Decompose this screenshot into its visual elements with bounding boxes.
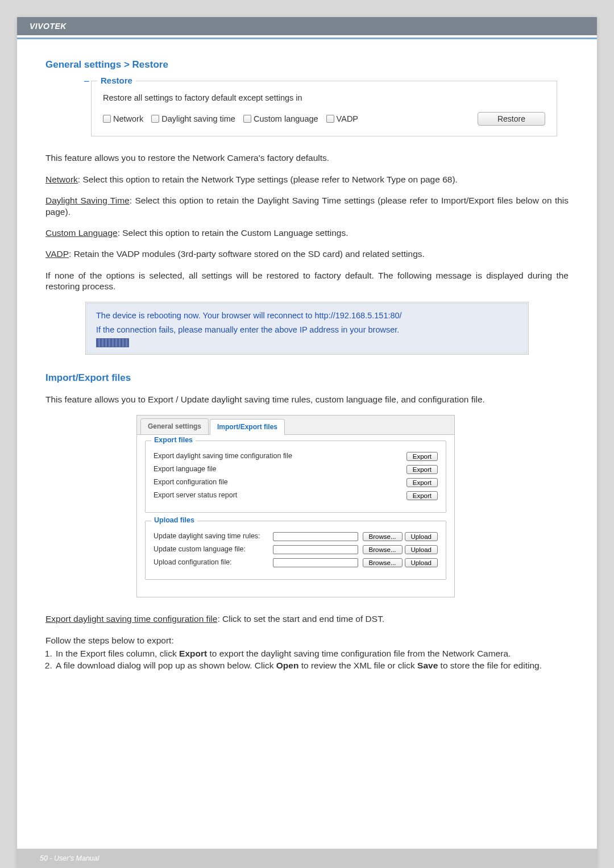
legend-dash-icon: − xyxy=(84,75,90,88)
tabs-row: General settings Import/Export files xyxy=(137,416,454,435)
text: : Select this option to retain the Custo… xyxy=(118,228,349,238)
upload-legend: Upload files xyxy=(151,516,197,525)
term-cl: Custom Language xyxy=(45,228,118,238)
term-vadp: VADP xyxy=(45,249,69,259)
checkbox-custom-language[interactable]: Custom language xyxy=(243,114,318,124)
bold-export: Export xyxy=(179,649,207,658)
para-none: If none of the options is selected, all … xyxy=(45,270,569,292)
checkbox-vadp[interactable]: VADP xyxy=(326,114,358,124)
export-button[interactable]: Export xyxy=(406,465,438,474)
label: Update daylight saving time rules: xyxy=(154,532,260,541)
brand-text: VIVOTEK xyxy=(30,22,67,31)
text: to export the daylight saving time confi… xyxy=(207,649,511,658)
progress-bar-icon xyxy=(96,338,129,347)
text: : Retain the VADP modules (3rd-party sof… xyxy=(69,249,425,259)
browse-button[interactable]: Browse... xyxy=(363,532,403,541)
page-footer: 50 - User's Manual xyxy=(17,849,597,868)
brand-header: VIVOTEK xyxy=(17,17,597,35)
export-button[interactable]: Export xyxy=(406,491,438,500)
text: to store the file for editing. xyxy=(438,661,542,670)
file-input[interactable] xyxy=(273,532,358,541)
para-vadp: VADP: Retain the VADP modules (3rd-party… xyxy=(45,248,569,259)
tab-import-export[interactable]: Import/Export files xyxy=(210,419,285,435)
reboot-message-box: The device is rebooting now. Your browse… xyxy=(85,302,529,354)
upload-fieldset: Upload files Update daylight saving time… xyxy=(145,521,446,580)
upload-button[interactable]: Upload xyxy=(405,532,438,541)
tab-general-settings[interactable]: General settings xyxy=(140,418,209,434)
restore-fieldset: − Restore Restore all settings to factor… xyxy=(91,81,557,136)
label: Update custom language file: xyxy=(154,545,246,554)
checkbox-icon xyxy=(243,115,251,123)
tail-p1: Export daylight saving time configuratio… xyxy=(45,613,569,624)
reboot-line2: If the connection fails, please manually… xyxy=(96,325,518,335)
checkbox-icon xyxy=(151,115,159,123)
export-button[interactable]: Export xyxy=(406,478,438,487)
tail-p2: Follow the steps below to export: xyxy=(45,635,569,646)
export-row-status: Export server status reportExport xyxy=(154,491,438,500)
text: A file download dialog will pop up as sh… xyxy=(56,661,276,670)
bold-open: Open xyxy=(276,661,299,670)
text: : Click to set the start and end time of… xyxy=(217,614,384,624)
upload-button[interactable]: Upload xyxy=(405,558,438,567)
upload-button[interactable]: Upload xyxy=(405,545,438,554)
reboot-line1: The device is rebooting now. Your browse… xyxy=(96,310,518,321)
checkbox-icon xyxy=(103,115,111,123)
restore-button[interactable]: Restore xyxy=(478,112,545,126)
label: Export daylight saving time configuratio… xyxy=(154,452,292,461)
step-2: A file download dialog will pop up as sh… xyxy=(55,660,569,671)
upload-row-config: Upload configuration file:Browse...Uploa… xyxy=(154,558,438,567)
para-intro: This feature allows you to restore the N… xyxy=(45,152,569,163)
bold-save: Save xyxy=(417,661,438,670)
label: Export configuration file xyxy=(154,478,228,487)
export-row-config: Export configuration fileExport xyxy=(154,478,438,487)
restore-subtitle: Restore all settings to factory default … xyxy=(103,93,545,103)
label: Export language file xyxy=(154,465,217,474)
steps-list: In the Export files column, click Export… xyxy=(45,648,569,671)
cb-label: VADP xyxy=(337,114,358,124)
text: to review the XML file or click xyxy=(298,661,417,670)
export-button[interactable]: Export xyxy=(406,452,438,461)
step-1: In the Export files column, click Export… xyxy=(55,648,569,659)
file-input[interactable] xyxy=(273,545,358,554)
restore-legend: Restore xyxy=(97,76,136,86)
section2-title: Import/Export files xyxy=(45,372,569,384)
cb-label: Network xyxy=(113,114,143,124)
export-fieldset: Export files Export daylight saving time… xyxy=(145,441,446,513)
text: In the Export files column, click xyxy=(56,649,179,658)
upload-row-dst: Update daylight saving time rules:Browse… xyxy=(154,532,438,541)
label: Export server status report xyxy=(154,491,237,500)
export-row-language: Export language fileExport xyxy=(154,465,438,474)
text: : Select this option to retain the Netwo… xyxy=(78,175,458,184)
browse-button[interactable]: Browse... xyxy=(363,558,403,567)
term-export-dst: Export daylight saving time configuratio… xyxy=(45,614,217,624)
term-network: Network xyxy=(45,175,78,184)
browse-button[interactable]: Browse... xyxy=(363,545,403,554)
checkbox-icon xyxy=(326,115,334,123)
cb-label: Custom language xyxy=(254,114,318,124)
export-row-dst: Export daylight saving time configuratio… xyxy=(154,452,438,461)
cb-label: Daylight saving time xyxy=(161,114,235,124)
term-dst: Daylight Saving Time xyxy=(45,196,130,205)
para-dst: Daylight Saving Time: Select this option… xyxy=(45,195,569,217)
file-input[interactable] xyxy=(273,558,358,567)
checkbox-network[interactable]: Network xyxy=(103,114,143,124)
label: Upload configuration file: xyxy=(154,558,232,567)
import-export-panel: General settings Import/Export files Exp… xyxy=(136,415,455,597)
export-legend: Export files xyxy=(151,436,196,445)
para-network: Network: Select this option to retain th… xyxy=(45,174,569,185)
footer-text: 50 - User's Manual xyxy=(40,854,99,862)
para-custom-language: Custom Language: Select this option to r… xyxy=(45,227,569,238)
upload-row-language: Update custom language file:Browse...Upl… xyxy=(154,545,438,554)
checkbox-dst[interactable]: Daylight saving time xyxy=(151,114,235,124)
section2-intro: This feature allows you to Export / Upda… xyxy=(45,394,569,405)
section1-title: General settings > Restore xyxy=(45,59,569,70)
